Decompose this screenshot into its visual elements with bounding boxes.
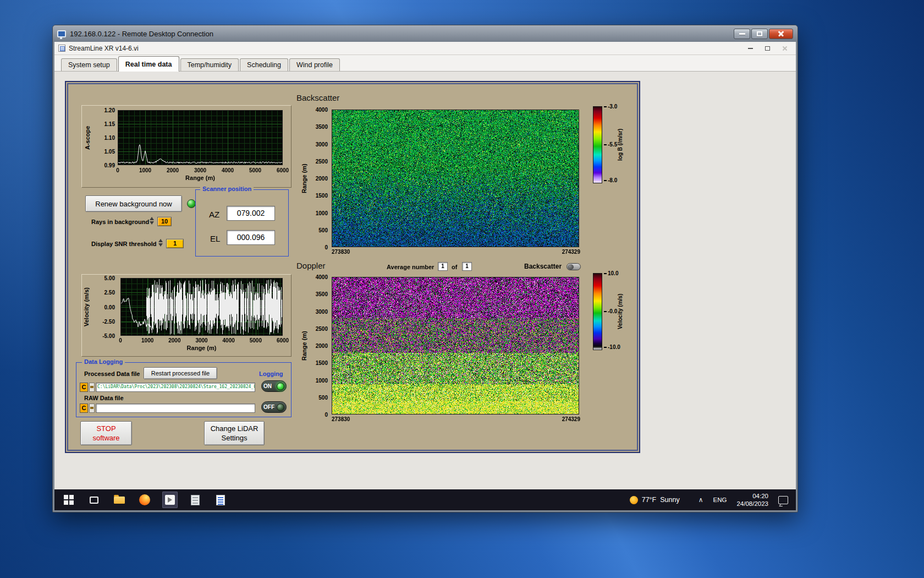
y-tick-label: 5.00	[105, 275, 115, 281]
scan-scheduler-button[interactable]	[188, 492, 203, 508]
remote-desktop: StreamLine XR v14-6.vi System setup Real…	[54, 42, 796, 510]
processed-logging-toggle[interactable]: ON	[261, 380, 287, 392]
processed-drive-letter[interactable]: C	[80, 383, 88, 392]
folder-icon	[114, 497, 125, 504]
y-tick-label: 3000	[316, 141, 328, 148]
x-tick-label: 4000	[223, 337, 235, 343]
rdp-close-button[interactable]	[769, 29, 793, 39]
rdp-maximize-button[interactable]	[751, 29, 768, 39]
az-value-field[interactable]: 079.002	[227, 206, 275, 221]
x-tick-label: 2000	[168, 337, 180, 343]
doppler-x-ticks: 273830 274329	[332, 416, 580, 422]
x-tick-label: 273830	[332, 249, 350, 255]
scan-scheduler-icon	[191, 495, 200, 505]
average-number-label: Average number	[387, 264, 434, 270]
off-label: OFF	[263, 404, 274, 410]
windows-logo-icon	[64, 495, 74, 505]
ascope-x-ticks: 0100020003000400050006000	[118, 167, 283, 174]
ascope-plot[interactable]	[118, 110, 283, 165]
scanner-position-title: Scanner position	[200, 186, 254, 192]
tab-wind-profile[interactable]: Wind profile	[289, 58, 340, 71]
of-label: of	[452, 264, 457, 270]
stop-software-button[interactable]: STOP software	[80, 421, 132, 445]
app-minimize-icon[interactable]	[748, 48, 753, 49]
average-total-field[interactable]: 1	[462, 262, 472, 271]
language-indicator[interactable]: ENG	[713, 497, 727, 503]
firefox-button[interactable]	[137, 492, 152, 508]
rdp-window: 192.168.0.122 - Remote Desktop Connectio…	[52, 25, 798, 512]
rdp-titlebar[interactable]: 192.168.0.122 - Remote Desktop Connectio…	[53, 25, 798, 42]
tab-temp-humidity[interactable]: Temp/humidity	[180, 58, 239, 71]
processed-browse-icon[interactable]	[89, 383, 95, 392]
y-tick-label: 1000	[316, 378, 328, 384]
x-tick-label: 3000	[195, 337, 207, 343]
y-tick-label: 0.99	[105, 162, 115, 168]
colorbar-tick: -0.0	[604, 308, 617, 314]
ascope-plot-group: A-scope 1.201.151.101.050.99 01000200030…	[81, 105, 292, 188]
y-tick-label: 2.50	[105, 290, 115, 296]
tab-real-time-data[interactable]: Real time data	[118, 56, 179, 72]
raw-path-field[interactable]	[96, 403, 255, 413]
backscatter-colorbar-ticks: -3.0 -5.5 -8.0	[604, 106, 627, 183]
y-tick-label: 1000	[316, 210, 328, 216]
raw-browse-icon[interactable]	[89, 403, 95, 413]
app-titlebar[interactable]: StreamLine XR v14-6.vi	[54, 42, 796, 55]
el-value-field[interactable]: 000.096	[227, 230, 275, 245]
snr-value-field[interactable]: 1	[166, 239, 184, 248]
show-hidden-icons-chevron[interactable]: ∧	[698, 496, 703, 504]
y-tick-label: 0	[324, 412, 328, 418]
y-tick-label: 1.10	[105, 135, 115, 141]
backscatter-heatmap[interactable]	[332, 110, 579, 247]
document-icon	[216, 495, 225, 505]
vi-front-panel: Backscatter Range (m) 400035003000250020…	[65, 81, 640, 453]
el-label: EL	[210, 234, 220, 243]
doppler-heatmap[interactable]	[332, 277, 579, 415]
file-explorer-button[interactable]	[112, 492, 127, 508]
colorbar-tick: -3.0	[604, 103, 617, 110]
raw-drive-letter[interactable]: C	[80, 403, 88, 413]
x-tick-label: 5000	[250, 337, 262, 343]
start-button[interactable]	[61, 492, 76, 508]
app-restore-icon[interactable]	[765, 46, 770, 51]
app-window-title: StreamLine XR v14-6.vi	[69, 45, 139, 52]
weather-condition: Sunny	[660, 496, 679, 504]
rdp-window-title: 192.168.0.122 - Remote Desktop Connectio…	[70, 30, 213, 38]
settings-button-line1: Change LiDAR	[211, 424, 258, 433]
colorbar-tick: 10.0	[604, 270, 618, 276]
rays-value-field[interactable]: 10	[157, 217, 172, 226]
velocity-plot[interactable]	[120, 278, 283, 336]
raw-logging-toggle[interactable]: OFF	[261, 401, 287, 413]
restart-processed-file-button[interactable]: Restart processed file	[144, 367, 217, 379]
weather-widget[interactable]: 77°F Sunny	[630, 496, 680, 504]
y-tick-label: 2000	[316, 176, 328, 182]
renew-background-button[interactable]: Renew background now	[85, 195, 182, 212]
settings-button-line2: Settings	[222, 433, 248, 443]
task-view-button[interactable]	[86, 492, 102, 508]
taskbar-clock[interactable]: 04:20 24/08/2023	[736, 492, 768, 508]
on-led-icon	[277, 383, 284, 390]
y-tick-label: 4000	[316, 274, 328, 280]
weather-temperature: 77°F	[642, 496, 657, 504]
snr-spinner[interactable]	[158, 239, 163, 247]
tab-system-setup[interactable]: System setup	[61, 58, 117, 71]
action-center-icon[interactable]	[778, 496, 788, 504]
tab-scheduling[interactable]: Scheduling	[240, 58, 288, 71]
desktop: 192.168.0.122 - Remote Desktop Connectio…	[0, 0, 924, 578]
colorbar-tick: -8.0	[604, 177, 617, 183]
rdp-minimize-button[interactable]	[734, 29, 750, 39]
backscatter-toggle[interactable]	[566, 263, 581, 270]
notepad-button[interactable]	[213, 492, 228, 508]
rays-spinner[interactable]	[150, 217, 154, 225]
average-number-field[interactable]: 1	[438, 262, 448, 271]
close-icon	[778, 30, 784, 37]
sunny-weather-icon	[630, 496, 638, 504]
app-close-icon[interactable]	[782, 46, 788, 51]
az-label: AZ	[209, 210, 219, 219]
change-lidar-settings-button[interactable]: Change LiDAR Settings	[204, 421, 265, 445]
labview-vi-icon	[58, 45, 65, 52]
velocity-y-axis-label: Velocity (m/s)	[83, 278, 90, 336]
y-tick-label: 2000	[316, 343, 328, 349]
streamline-app-button[interactable]	[162, 492, 178, 508]
processed-path-field[interactable]: C:\LiDAR\Data\Proc\2023\202308\20230824\…	[96, 383, 255, 392]
y-tick-label: 3000	[316, 309, 328, 315]
